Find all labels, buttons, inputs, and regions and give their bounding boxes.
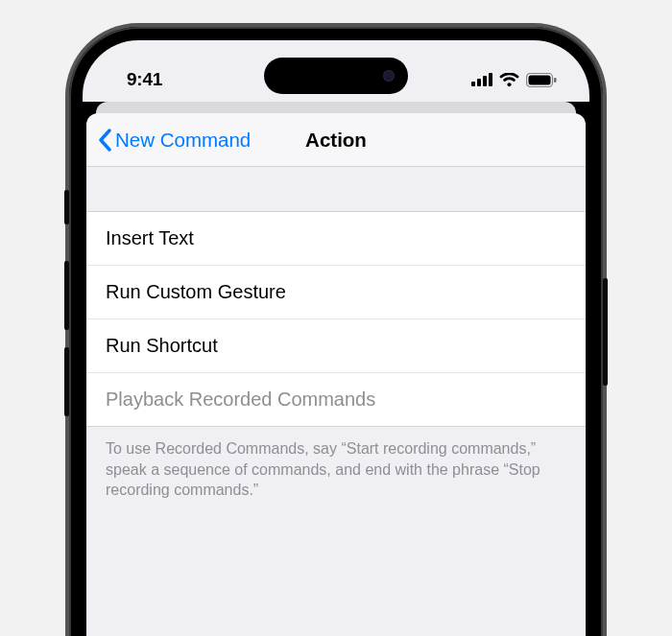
volume-up-button — [64, 261, 69, 330]
action-run-shortcut[interactable]: Run Shortcut — [86, 319, 586, 373]
silence-switch — [64, 190, 69, 224]
phone-frame: 9:41 — [69, 27, 603, 636]
volume-down-button — [64, 347, 69, 416]
svg-rect-5 — [529, 75, 551, 84]
status-right — [471, 73, 557, 87]
svg-rect-1 — [477, 79, 481, 86]
svg-rect-3 — [489, 73, 492, 86]
footer-help-text: To use Recorded Commands, say “Start rec… — [86, 427, 586, 520]
action-run-custom-gesture[interactable]: Run Custom Gesture — [86, 266, 586, 319]
back-button-label: New Command — [115, 129, 251, 152]
status-time: 9:41 — [127, 69, 162, 90]
action-playback-recorded-commands: Playback Recorded Commands — [86, 373, 586, 426]
screen: 9:41 — [83, 40, 589, 636]
svg-rect-0 — [471, 82, 475, 86]
front-camera-icon — [383, 70, 395, 82]
spacer — [86, 167, 586, 211]
cellular-icon — [471, 73, 492, 86]
page-title: Action — [305, 129, 367, 152]
chevron-left-icon — [98, 129, 111, 152]
power-button — [603, 278, 608, 386]
action-insert-text[interactable]: Insert Text — [86, 212, 586, 266]
content: Insert Text Run Custom Gesture Run Short… — [86, 167, 586, 636]
dynamic-island — [264, 58, 408, 94]
nav-bar: New Command Action — [86, 113, 586, 167]
battery-icon — [526, 73, 557, 87]
wifi-icon — [499, 73, 519, 87]
back-button[interactable]: New Command — [86, 129, 251, 152]
svg-rect-6 — [554, 78, 557, 82]
action-list: Insert Text Run Custom Gesture Run Short… — [86, 211, 586, 427]
svg-rect-2 — [483, 76, 487, 86]
